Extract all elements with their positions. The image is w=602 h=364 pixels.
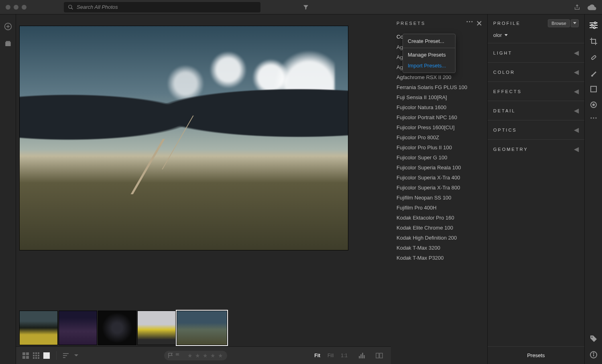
grid-view-icon[interactable] — [22, 352, 29, 359]
section-optics[interactable]: OPTICS◀ — [488, 120, 584, 139]
thumbnail[interactable] — [98, 311, 136, 345]
svg-rect-16 — [38, 355, 39, 356]
brush-icon[interactable] — [590, 70, 597, 77]
radial-gradient-icon[interactable] — [590, 101, 597, 108]
sort-icon[interactable] — [63, 353, 70, 358]
presets-more-icon[interactable] — [466, 21, 473, 26]
flag-reject-icon[interactable] — [175, 353, 180, 358]
profile-title: PROFILE — [493, 21, 521, 26]
detail-view-icon[interactable] — [43, 352, 50, 359]
preset-item[interactable]: Kodak High Definition 200 — [391, 233, 487, 243]
ctx-create-preset[interactable]: Create Preset... — [403, 36, 455, 47]
preset-item[interactable]: Fujifilm Pro 400H — [391, 203, 487, 213]
preset-item[interactable]: Fujicolor Press 1600[CU] — [391, 122, 487, 132]
info-icon[interactable] — [590, 351, 597, 358]
center-area: ★ ★ ★ ★ ★ Fit Fill 1:1 — [16, 14, 391, 364]
star-icon[interactable]: ★ — [187, 352, 193, 359]
preset-item[interactable]: Fujicolor Super G 100 — [391, 153, 487, 163]
svg-rect-10 — [26, 356, 29, 359]
svg-point-48 — [591, 337, 592, 338]
svg-rect-17 — [33, 357, 35, 359]
preset-item[interactable]: Fuji Sensia II 100[RA] — [391, 92, 487, 102]
zoom-fill[interactable]: Fill — [326, 353, 335, 358]
preset-item[interactable]: Ferrania Solaris FG PLUS 100 — [391, 82, 487, 92]
preset-item[interactable]: Fujicolor Superia Reala 100 — [391, 163, 487, 173]
presets-title: PRESETS — [397, 21, 425, 26]
left-tool-rail — [0, 14, 16, 364]
svg-rect-26 — [362, 353, 363, 358]
square-grid-icon[interactable] — [33, 352, 39, 359]
svg-rect-19 — [38, 357, 39, 359]
svg-rect-9 — [22, 356, 25, 359]
svg-point-32 — [472, 21, 473, 22]
preset-item[interactable]: Fujicolor Natura 1600 — [391, 102, 487, 112]
presets-footer-button[interactable]: Presets — [488, 346, 584, 364]
svg-point-51 — [593, 353, 594, 354]
window-zoom[interactable] — [22, 5, 26, 10]
svg-rect-8 — [26, 352, 29, 355]
preset-item[interactable]: Kodak Ektacolor Pro 160 — [391, 213, 487, 223]
star-icon[interactable]: ★ — [195, 352, 200, 359]
healing-icon[interactable] — [590, 54, 597, 61]
star-icon[interactable]: ★ — [210, 352, 216, 359]
preset-item[interactable]: Fujicolor Portrait NPC 160 — [391, 112, 487, 122]
preset-item[interactable]: Fujifilm Neopan SS 100 — [391, 193, 487, 203]
section-light[interactable]: LIGHT◀ — [488, 43, 584, 62]
preset-item[interactable]: Fujicolor Superia X-Tra 400 — [391, 173, 487, 183]
preset-item[interactable]: Kodak T-Max P3200 — [391, 253, 487, 263]
star-icon[interactable]: ★ — [203, 352, 208, 359]
histogram-icon[interactable] — [357, 353, 367, 358]
share-icon[interactable] — [574, 4, 580, 10]
ctx-import-presets[interactable]: Import Presets... — [403, 60, 455, 71]
svg-point-44 — [593, 104, 594, 106]
section-effects[interactable]: EFFECTS◀ — [488, 81, 584, 101]
thumbnail[interactable] — [137, 311, 176, 345]
star-icon[interactable]: ★ — [218, 352, 223, 359]
main-photo[interactable] — [19, 26, 348, 250]
search-input[interactable] — [77, 4, 256, 10]
more-tools-icon[interactable] — [590, 117, 597, 119]
preset-item[interactable]: Fujicolor Superia X-Tra 800 — [391, 183, 487, 193]
my-photos-icon[interactable] — [4, 40, 12, 47]
preset-item[interactable]: Kodak Elite Chrome 100 — [391, 223, 487, 233]
thumbnail[interactable] — [59, 311, 97, 345]
preset-item[interactable]: Agfachrome RSX II 200 — [391, 72, 487, 82]
zoom-controls: Fit Fill 1:1 — [313, 353, 384, 358]
section-color[interactable]: COLOR◀ — [488, 62, 584, 81]
browse-button[interactable]: Browse — [548, 19, 570, 27]
tag-icon[interactable] — [590, 335, 597, 342]
zoom-fit[interactable]: Fit — [313, 353, 322, 358]
svg-rect-25 — [360, 354, 362, 358]
sort-dropdown-icon[interactable] — [74, 354, 78, 358]
preset-item[interactable]: Fujicolor Pro Plus II 100 — [391, 142, 487, 153]
window-close[interactable] — [6, 5, 10, 10]
chevron-down-icon — [504, 34, 508, 37]
search-icon — [68, 4, 73, 10]
crop-icon[interactable] — [590, 38, 597, 45]
preset-item[interactable]: Kodak T-Max 3200 — [391, 243, 487, 253]
filmstrip — [16, 309, 391, 346]
window-minimize[interactable] — [14, 5, 18, 10]
cloud-icon[interactable] — [588, 4, 596, 10]
linear-gradient-icon[interactable] — [590, 86, 597, 92]
preset-item[interactable]: Fujicolor Pro 800Z — [391, 132, 487, 142]
profile-value-row[interactable]: olor — [488, 32, 584, 43]
add-photo-icon[interactable] — [4, 22, 12, 31]
zoom-one-to-one[interactable]: 1:1 — [339, 353, 349, 358]
ctx-manage-presets[interactable]: Manage Presets — [403, 49, 455, 60]
section-detail[interactable]: DETAIL◀ — [488, 101, 584, 120]
svg-point-0 — [69, 5, 72, 8]
filter-icon[interactable] — [303, 4, 309, 10]
browse-dropdown-icon[interactable] — [571, 19, 579, 27]
section-geometry[interactable]: GEOMETRY◀ — [488, 139, 584, 159]
thumbnail[interactable] — [19, 311, 58, 345]
compare-icon[interactable] — [374, 353, 384, 358]
svg-rect-24 — [359, 356, 360, 358]
thumbnail-selected[interactable] — [177, 311, 227, 345]
search-field[interactable] — [64, 2, 260, 12]
presets-close-icon[interactable] — [477, 21, 482, 26]
flag-pick-icon[interactable] — [168, 353, 173, 358]
edit-sliders-icon[interactable] — [590, 22, 598, 29]
svg-point-36 — [594, 22, 596, 24]
svg-point-40 — [593, 27, 595, 28]
